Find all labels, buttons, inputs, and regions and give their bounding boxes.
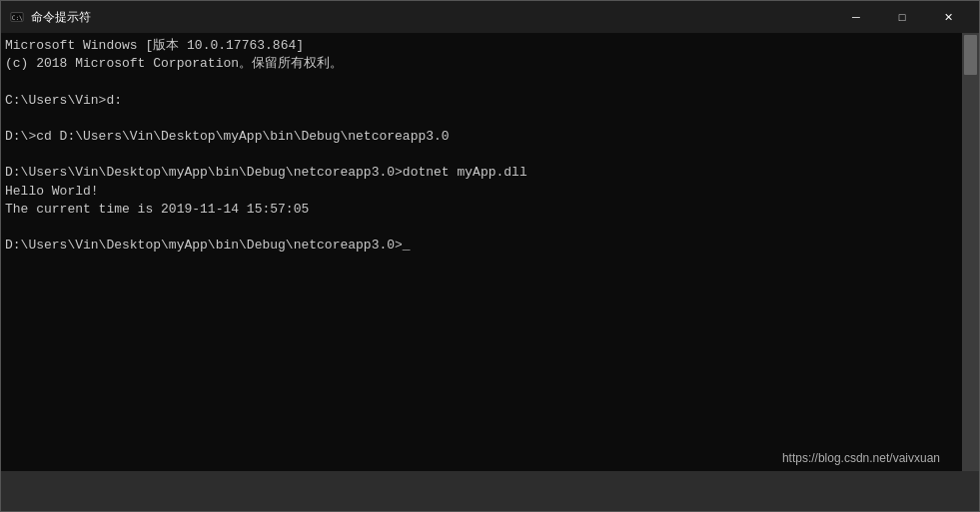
svg-text:C:\: C:\ — [12, 14, 23, 21]
terminal-content[interactable]: Microsoft Windows [版本 10.0.17763.864] (c… — [1, 33, 962, 471]
titlebar-controls: ─ □ ✕ — [833, 1, 971, 33]
scrollbar[interactable] — [962, 33, 979, 471]
close-button[interactable]: ✕ — [925, 1, 971, 33]
watermark: https://blog.csdn.net/vaivxuan — [782, 451, 940, 465]
terminal-body: Microsoft Windows [版本 10.0.17763.864] (c… — [1, 33, 979, 471]
titlebar: C:\ 命令提示符 ─ □ ✕ — [1, 1, 979, 33]
titlebar-left: C:\ 命令提示符 — [9, 9, 91, 26]
maximize-button[interactable]: □ — [879, 1, 925, 33]
scrollbar-thumb[interactable] — [964, 35, 977, 75]
cmd-window: C:\ 命令提示符 ─ □ ✕ Microsoft Windows [版本 10… — [0, 0, 980, 512]
taskbar — [1, 471, 979, 511]
titlebar-title: 命令提示符 — [31, 9, 91, 26]
terminal-output: Microsoft Windows [版本 10.0.17763.864] (c… — [5, 37, 958, 255]
cmd-icon: C:\ — [9, 9, 25, 25]
minimize-button[interactable]: ─ — [833, 1, 879, 33]
